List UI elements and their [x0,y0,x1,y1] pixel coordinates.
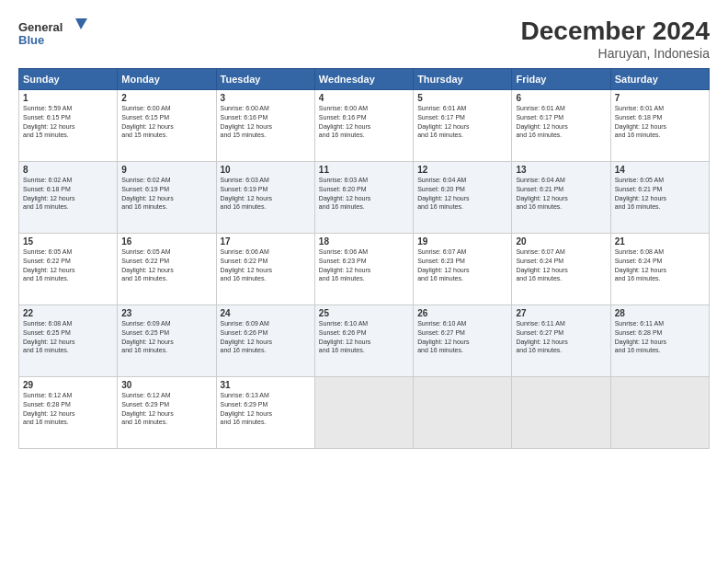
svg-text:General: General [18,20,63,34]
header-monday: Monday [118,69,216,90]
day-info: Sunrise: 6:01 AMSunset: 6:18 PMDaylight:… [615,104,705,140]
calendar-week-row: 1Sunrise: 5:59 AMSunset: 6:15 PMDaylight… [19,90,710,162]
calendar-cell: 20Sunrise: 6:07 AMSunset: 6:24 PMDayligh… [512,234,610,305]
day-info: Sunrise: 6:10 AMSunset: 6:26 PMDaylight:… [319,319,409,355]
day-info: Sunrise: 6:02 AMSunset: 6:19 PMDaylight:… [121,176,211,212]
calendar-cell: 11Sunrise: 6:03 AMSunset: 6:20 PMDayligh… [314,162,413,234]
calendar-table: Sunday Monday Tuesday Wednesday Thursday… [18,68,710,449]
calendar-cell: 19Sunrise: 6:07 AMSunset: 6:23 PMDayligh… [414,234,512,305]
calendar-cell: 2Sunrise: 6:00 AMSunset: 6:15 PMDaylight… [118,90,216,162]
calendar-cell: 22Sunrise: 6:08 AMSunset: 6:25 PMDayligh… [19,305,118,377]
calendar-cell: 17Sunrise: 6:06 AMSunset: 6:22 PMDayligh… [216,234,314,305]
calendar-cell: 4Sunrise: 6:00 AMSunset: 6:16 PMDaylight… [314,90,413,162]
calendar-cell: 24Sunrise: 6:09 AMSunset: 6:26 PMDayligh… [216,305,314,377]
calendar-cell: 27Sunrise: 6:11 AMSunset: 6:27 PMDayligh… [512,305,610,377]
day-info: Sunrise: 6:02 AMSunset: 6:18 PMDaylight:… [23,176,113,212]
calendar-cell: 8Sunrise: 6:02 AMSunset: 6:18 PMDaylight… [19,162,118,234]
day-number: 12 [417,165,507,175]
header-sunday: Sunday [19,69,118,90]
day-info: Sunrise: 6:05 AMSunset: 6:21 PMDaylight:… [615,176,705,212]
day-number: 4 [319,93,409,103]
day-info: Sunrise: 6:01 AMSunset: 6:17 PMDaylight:… [417,104,507,140]
day-info: Sunrise: 6:12 AMSunset: 6:28 PMDaylight:… [23,391,113,427]
calendar-cell: 16Sunrise: 6:05 AMSunset: 6:22 PMDayligh… [118,234,216,305]
day-info: Sunrise: 6:11 AMSunset: 6:28 PMDaylight:… [615,319,705,355]
logo: General Blue [18,17,92,50]
calendar-cell: 21Sunrise: 6:08 AMSunset: 6:24 PMDayligh… [610,234,709,305]
day-info: Sunrise: 6:08 AMSunset: 6:25 PMDaylight:… [23,319,113,355]
header-friday: Friday [512,69,610,90]
day-number: 3 [221,93,311,103]
day-number: 7 [615,93,705,103]
day-number: 2 [121,93,211,103]
day-number: 15 [23,236,113,247]
day-number: 20 [516,236,606,247]
calendar-cell: 12Sunrise: 6:04 AMSunset: 6:20 PMDayligh… [414,162,512,234]
calendar-cell: 9Sunrise: 6:02 AMSunset: 6:19 PMDaylight… [118,162,216,234]
calendar-cell [610,377,709,449]
calendar-cell: 6Sunrise: 6:01 AMSunset: 6:17 PMDaylight… [512,90,610,162]
header-tuesday: Tuesday [216,69,314,90]
day-info: Sunrise: 6:05 AMSunset: 6:22 PMDaylight:… [121,247,211,283]
day-number: 16 [121,236,211,247]
day-number: 18 [319,236,409,247]
calendar-cell: 31Sunrise: 6:13 AMSunset: 6:29 PMDayligh… [216,377,314,449]
day-number: 1 [23,93,113,103]
day-info: Sunrise: 6:04 AMSunset: 6:21 PMDaylight:… [516,176,606,212]
calendar-cell: 3Sunrise: 6:00 AMSunset: 6:16 PMDaylight… [216,90,314,162]
calendar-header-row: Sunday Monday Tuesday Wednesday Thursday… [19,69,710,90]
day-info: Sunrise: 6:03 AMSunset: 6:19 PMDaylight:… [221,176,311,212]
day-number: 10 [221,165,311,175]
calendar-week-row: 29Sunrise: 6:12 AMSunset: 6:28 PMDayligh… [19,377,710,449]
day-info: Sunrise: 6:00 AMSunset: 6:16 PMDaylight:… [221,104,311,140]
day-info: Sunrise: 6:11 AMSunset: 6:27 PMDaylight:… [516,319,606,355]
calendar-cell: 14Sunrise: 6:05 AMSunset: 6:21 PMDayligh… [610,162,709,234]
calendar-cell: 5Sunrise: 6:01 AMSunset: 6:17 PMDaylight… [414,90,512,162]
calendar-cell: 15Sunrise: 6:05 AMSunset: 6:22 PMDayligh… [19,234,118,305]
calendar-cell: 18Sunrise: 6:06 AMSunset: 6:23 PMDayligh… [314,234,413,305]
day-number: 24 [221,308,311,318]
day-number: 6 [516,93,606,103]
day-number: 19 [417,236,507,247]
title-block: December 2024 Haruyan, Indonesia [521,17,710,61]
day-number: 31 [221,380,311,390]
calendar-cell: 10Sunrise: 6:03 AMSunset: 6:19 PMDayligh… [216,162,314,234]
day-info: Sunrise: 6:10 AMSunset: 6:27 PMDaylight:… [417,319,507,355]
calendar-cell [512,377,610,449]
day-info: Sunrise: 6:00 AMSunset: 6:16 PMDaylight:… [319,104,409,140]
day-number: 21 [615,236,705,247]
calendar-cell: 29Sunrise: 6:12 AMSunset: 6:28 PMDayligh… [19,377,118,449]
calendar-cell [314,377,413,449]
day-number: 29 [23,380,113,390]
day-number: 30 [121,380,211,390]
header-saturday: Saturday [610,69,709,90]
calendar-cell [414,377,512,449]
logo-svg: General Blue [18,17,92,50]
day-number: 26 [417,308,507,318]
calendar-cell: 7Sunrise: 6:01 AMSunset: 6:18 PMDaylight… [610,90,709,162]
day-number: 17 [221,236,311,247]
calendar-cell: 28Sunrise: 6:11 AMSunset: 6:28 PMDayligh… [610,305,709,377]
day-info: Sunrise: 6:01 AMSunset: 6:17 PMDaylight:… [516,104,606,140]
header: General Blue December 2024 Haruyan, Indo… [18,17,710,61]
day-number: 27 [516,308,606,318]
calendar-cell: 26Sunrise: 6:10 AMSunset: 6:27 PMDayligh… [414,305,512,377]
day-info: Sunrise: 6:07 AMSunset: 6:24 PMDaylight:… [516,247,606,283]
month-title: December 2024 [521,17,710,46]
calendar-week-row: 15Sunrise: 6:05 AMSunset: 6:22 PMDayligh… [19,234,710,305]
day-number: 28 [615,308,705,318]
day-number: 9 [121,165,211,175]
svg-marker-2 [75,18,87,29]
calendar-cell: 25Sunrise: 6:10 AMSunset: 6:26 PMDayligh… [314,305,413,377]
calendar-week-row: 8Sunrise: 6:02 AMSunset: 6:18 PMDaylight… [19,162,710,234]
day-info: Sunrise: 5:59 AMSunset: 6:15 PMDaylight:… [23,104,113,140]
day-info: Sunrise: 6:03 AMSunset: 6:20 PMDaylight:… [319,176,409,212]
day-info: Sunrise: 6:00 AMSunset: 6:15 PMDaylight:… [121,104,211,140]
calendar-cell: 1Sunrise: 5:59 AMSunset: 6:15 PMDaylight… [19,90,118,162]
svg-text:Blue: Blue [18,33,44,47]
calendar-cell: 23Sunrise: 6:09 AMSunset: 6:25 PMDayligh… [118,305,216,377]
day-info: Sunrise: 6:04 AMSunset: 6:20 PMDaylight:… [417,176,507,212]
day-number: 23 [121,308,211,318]
day-info: Sunrise: 6:06 AMSunset: 6:23 PMDaylight:… [319,247,409,283]
day-info: Sunrise: 6:12 AMSunset: 6:29 PMDaylight:… [121,391,211,427]
